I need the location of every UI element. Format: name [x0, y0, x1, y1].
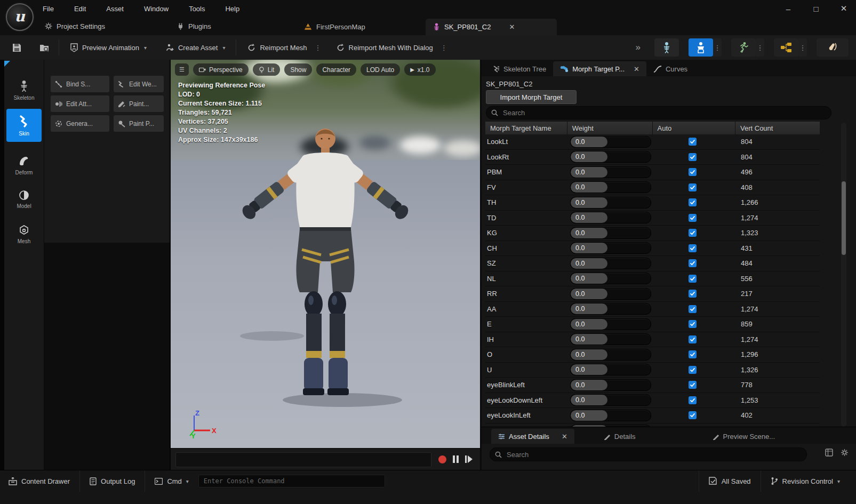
morph-list-scrollbar[interactable] [841, 123, 846, 427]
morph-auto-checkbox[interactable] [689, 229, 697, 237]
morph-target-row[interactable]: CH 0.0 431 [485, 241, 820, 257]
tab-skeleton-tree[interactable]: Skeleton Tree [485, 61, 553, 76]
morph-auto-checkbox[interactable] [689, 381, 697, 389]
pause-button[interactable] [453, 455, 459, 463]
preview-animation-button[interactable]: Preview Animation▾ [65, 39, 152, 55]
morph-weight-input[interactable]: 0.0 [570, 151, 651, 163]
morph-auto-checkbox[interactable] [689, 198, 697, 206]
create-asset-button[interactable]: Create Asset▾ [161, 39, 230, 55]
morph-weight-input[interactable]: 0.0 [570, 181, 651, 193]
step-forward-button[interactable] [465, 455, 473, 463]
morph-weight-input[interactable]: 0.0 [570, 197, 651, 209]
morph-auto-checkbox[interactable] [689, 138, 697, 146]
gear-icon[interactable] [841, 449, 849, 457]
morph-auto-checkbox[interactable] [689, 259, 697, 267]
minimize-button[interactable]: – [782, 3, 794, 14]
blueprint-mode-options-icon[interactable]: ⋮ [798, 38, 807, 57]
output-log-button[interactable]: Output Log [80, 470, 145, 492]
morph-weight-input[interactable]: 0.0 [570, 273, 651, 284]
lod-dropdown[interactable]: LOD Auto [361, 63, 400, 76]
menu-edit[interactable]: Edit [72, 4, 88, 14]
reimport-options-icon[interactable]: ⋮ [313, 44, 324, 52]
paint-properties-button[interactable]: Paint P... [114, 115, 164, 132]
morph-weight-input[interactable]: 0.0 [570, 318, 651, 330]
morph-weight-input[interactable]: 0.0 [570, 394, 651, 406]
morph-weight-input[interactable]: 0.0 [570, 136, 651, 148]
blueprint-mode-button[interactable] [774, 38, 798, 57]
morph-auto-checkbox[interactable] [689, 183, 697, 191]
animation-mode-options-icon[interactable]: ⋮ [756, 38, 764, 57]
morph-auto-checkbox[interactable] [689, 320, 697, 328]
reimport-dialog-options-icon[interactable]: ⋮ [438, 44, 450, 52]
morph-auto-checkbox[interactable] [689, 275, 697, 283]
display-filter-icon[interactable] [825, 449, 833, 457]
revision-control-button[interactable]: Revision Control▾ [761, 470, 856, 492]
reimport-mesh-dialog-button[interactable]: Reimport Mesh With Dialog [331, 39, 438, 55]
mode-mesh[interactable]: Mesh [6, 219, 42, 250]
header-vert-count[interactable]: Vert Count [735, 122, 820, 134]
tab-curves[interactable]: Curves [646, 61, 694, 76]
morph-target-row[interactable]: RR 0.0 217 [485, 286, 820, 302]
generate-button[interactable]: Genera... [51, 115, 109, 132]
morph-search-input[interactable] [502, 108, 826, 117]
morph-target-row[interactable]: TH 0.0 1,266 [485, 195, 820, 211]
mesh-mode-options-icon[interactable]: ⋮ [713, 38, 722, 57]
morph-weight-input[interactable]: 0.0 [570, 333, 651, 345]
character-dropdown[interactable]: Character [316, 63, 356, 76]
morph-auto-checkbox[interactable] [689, 153, 697, 161]
edit-weights-button[interactable]: Edit We... [114, 76, 164, 92]
unreal-logo-icon[interactable]: u [6, 3, 34, 31]
morph-target-row[interactable]: eyeLookDownLeft 0.0 1,253 [485, 393, 820, 409]
tab-details[interactable]: Details [597, 429, 643, 444]
morph-weight-input[interactable]: 0.0 [570, 410, 651, 421]
tab-plugins[interactable]: Plugins [177, 17, 211, 35]
morph-weight-input[interactable]: 0.0 [570, 258, 651, 269]
morph-target-row[interactable]: PBM 0.0 496 [485, 165, 820, 180]
morph-weight-input[interactable]: 0.0 [570, 212, 651, 223]
menu-tools[interactable]: Tools [187, 4, 207, 14]
morph-auto-checkbox[interactable] [689, 305, 697, 313]
morph-target-row[interactable]: O 0.0 1,296 [485, 347, 820, 363]
mode-skin[interactable]: Skin [6, 109, 42, 142]
cmd-dropdown[interactable]: Cmd▾ [145, 470, 198, 492]
bind-skin-button[interactable]: Bind S... [51, 76, 109, 92]
reimport-mesh-button[interactable]: Reimport Mesh [242, 39, 312, 55]
menu-help[interactable]: Help [223, 4, 242, 14]
morph-target-row[interactable]: IH 0.0 1,274 [485, 332, 820, 348]
header-weight[interactable]: Weight [567, 122, 653, 134]
preview-viewport[interactable]: ☰ Perspective Lit Show Character LOD Aut… [171, 60, 480, 470]
morph-auto-checkbox[interactable] [689, 290, 697, 298]
tab-preview-scene[interactable]: Preview Scene... [706, 429, 782, 444]
morph-auto-checkbox[interactable] [689, 411, 697, 419]
tab-morph-target-preview[interactable]: Morph Target P... ✕ [553, 61, 646, 76]
close-button[interactable]: ✕ [838, 3, 850, 14]
animation-mode-button[interactable] [731, 38, 756, 57]
content-drawer-button[interactable]: Content Drawer [0, 470, 80, 492]
morph-weight-input[interactable]: 0.0 [570, 227, 651, 239]
morph-target-row[interactable]: TD 0.0 1,274 [485, 211, 820, 226]
scrollbar-thumb[interactable] [842, 181, 846, 255]
mode-skeleton[interactable]: Skeleton [6, 75, 42, 106]
morph-target-row[interactable]: U 0.0 1,326 [485, 363, 820, 378]
tab-asset-details[interactable]: Asset Details ✕ [491, 429, 574, 444]
morph-target-row[interactable]: eyeLookInLeft 0.0 402 [485, 408, 820, 423]
morph-weight-input[interactable]: 0.0 [570, 166, 651, 178]
morph-auto-checkbox[interactable] [689, 168, 697, 176]
morph-weight-input[interactable]: 0.0 [570, 379, 651, 391]
morph-weight-input[interactable]: 0.0 [570, 364, 651, 375]
physics-mode-button[interactable] [817, 38, 849, 57]
asset-details-close-icon[interactable]: ✕ [562, 433, 567, 441]
all-saved-button[interactable]: All Saved [699, 470, 761, 492]
morph-auto-checkbox[interactable] [689, 350, 697, 358]
tab-firstpersonmap[interactable]: FirstPersonMap [297, 19, 381, 35]
show-dropdown[interactable]: Show [284, 63, 312, 76]
maximize-button[interactable]: □ [810, 3, 822, 14]
details-search-input[interactable] [506, 450, 802, 459]
paint-button[interactable]: Paint... [114, 95, 164, 112]
morph-target-row[interactable]: LookLt 0.0 804 [485, 134, 820, 150]
viewport-menu-icon[interactable]: ☰ [175, 63, 189, 76]
morph-weight-input[interactable]: 0.0 [570, 303, 651, 315]
browse-to-asset-button[interactable] [35, 39, 53, 55]
tab-close-icon[interactable]: ✕ [509, 23, 515, 31]
timeline-scrub-bar[interactable] [175, 452, 431, 467]
